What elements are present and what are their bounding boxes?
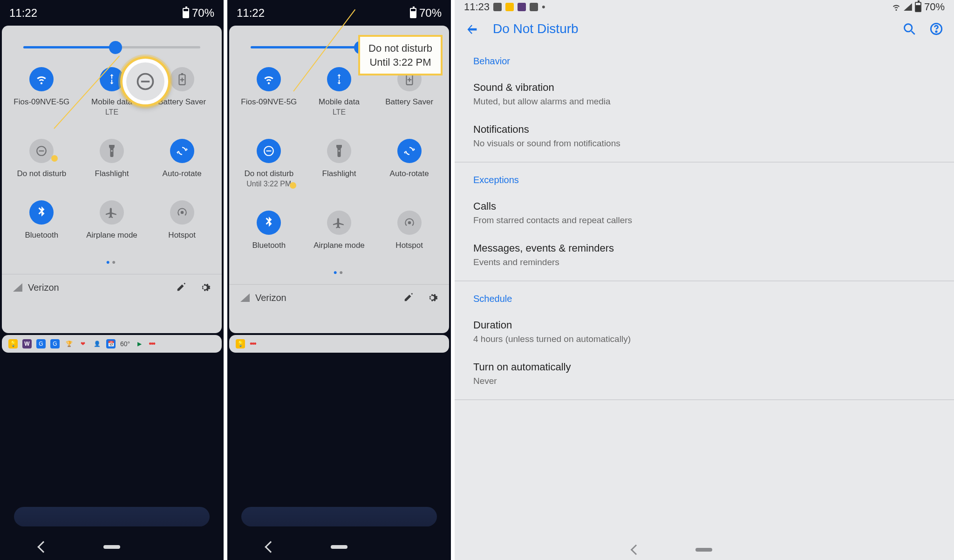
status-app-icon <box>530 3 538 11</box>
setting-sound-vibration[interactable]: Sound & vibration Muted, but allow alarm… <box>455 73 954 115</box>
wifi-icon <box>257 67 281 91</box>
section-behavior: Behavior <box>455 44 954 73</box>
status-right: 70% <box>183 7 214 20</box>
edit-icon[interactable] <box>176 282 186 292</box>
setting-turn-on-auto[interactable]: Turn on automatically Never <box>455 353 954 395</box>
qs-footer: Verizon <box>229 284 449 311</box>
flashlight-icon <box>327 139 351 163</box>
wifi-icon <box>29 67 54 91</box>
partial-card-peek <box>14 507 210 526</box>
setting-duration[interactable]: Duration 4 hours (unless turned on autom… <box>455 311 954 353</box>
status-time: 11:22 <box>237 7 265 20</box>
dnd-icon <box>257 139 281 163</box>
battery-icon <box>410 8 416 18</box>
nav-back-icon[interactable] <box>631 545 641 555</box>
airplane-icon <box>327 211 351 235</box>
qs-footer: Verizon <box>2 274 222 300</box>
bluetooth-icon <box>29 200 54 225</box>
tile-auto-rotate[interactable]: Auto-rotate <box>374 139 444 189</box>
tile-flashlight[interactable]: Flashlight <box>304 139 375 189</box>
tile-auto-rotate[interactable]: Auto-rotate <box>147 139 217 179</box>
notification-icon-strip[interactable]: 💡 ••• <box>229 335 449 353</box>
section-exceptions: Exceptions <box>455 163 954 192</box>
setting-messages-events[interactable]: Messages, events & reminders Events and … <box>455 234 954 276</box>
tile-do-not-disturb[interactable]: Do not disturb <box>7 139 77 179</box>
svg-rect-11 <box>266 150 272 151</box>
nav-back-icon[interactable] <box>265 541 276 553</box>
tile-bluetooth[interactable]: Bluetooth <box>234 211 304 251</box>
help-icon[interactable] <box>930 22 943 35</box>
status-time: 11:23 <box>464 1 490 13</box>
svg-rect-3 <box>181 73 183 75</box>
tile-airplane-mode[interactable]: Airplane mode <box>304 211 375 251</box>
tile-airplane-mode[interactable]: Airplane mode <box>77 200 147 240</box>
status-bar: 11:23 • 70% <box>455 0 954 14</box>
callout-leader-dot <box>290 182 296 189</box>
carrier-label: Verizon <box>13 282 59 293</box>
wifi-icon <box>892 3 901 11</box>
nav-home-pill[interactable] <box>103 545 120 549</box>
qs-tiles-grid: Fios-09NVE-5G Mobile dataLTE Battery Sav… <box>2 62 222 250</box>
status-bar: 11:22 70% <box>227 0 451 26</box>
hotspot-icon <box>397 211 422 235</box>
battery-icon <box>183 8 189 18</box>
magnifier-callout <box>120 56 170 107</box>
flashlight-icon <box>100 139 124 163</box>
svg-rect-5 <box>39 150 44 151</box>
status-app-icon <box>505 3 514 11</box>
search-icon[interactable] <box>903 22 916 35</box>
carrier-label: Verizon <box>240 293 286 303</box>
tile-wifi[interactable]: Fios-09NVE-5G <box>7 67 77 117</box>
svg-point-17 <box>936 31 937 32</box>
quick-settings-panel: Fios-09NVE-5G Mobile dataLTE Battery Sav… <box>2 26 222 333</box>
back-arrow-icon[interactable] <box>466 22 479 35</box>
battery-saver-icon <box>170 67 194 91</box>
notification-icon-strip[interactable]: 💡 W G G 🏆 ❤ 👤 📅 60° ▶ ••• <box>2 335 222 353</box>
qs-tiles-grid: Fios-09NVE-5G Mobile dataLTE Battery Sav… <box>229 62 449 260</box>
tile-hotspot[interactable]: Hotspot <box>374 211 444 251</box>
signal-icon <box>240 294 250 302</box>
settings-gear-icon[interactable] <box>199 282 211 293</box>
section-schedule: Schedule <box>455 281 954 311</box>
battery-pct: 70% <box>192 7 214 20</box>
status-app-icon <box>493 3 502 11</box>
nav-bar <box>455 540 954 560</box>
tile-flashlight[interactable]: Flashlight <box>77 139 147 179</box>
hotspot-icon <box>170 200 194 225</box>
edit-icon[interactable] <box>403 292 414 302</box>
nav-home-pill[interactable] <box>331 545 348 549</box>
signal-icon <box>13 283 22 292</box>
bluetooth-icon <box>257 211 281 235</box>
dnd-icon <box>29 139 54 163</box>
svg-point-13 <box>408 221 411 225</box>
svg-line-15 <box>912 31 915 34</box>
status-right: 70% <box>410 7 442 20</box>
svg-point-6 <box>111 150 113 152</box>
status-bar: 11:22 70% <box>0 0 224 26</box>
battery-pct: 70% <box>419 7 442 20</box>
tile-hotspot[interactable]: Hotspot <box>147 200 217 240</box>
nav-back-icon[interactable] <box>37 541 49 553</box>
tile-wifi[interactable]: Fios-09NVE-5G <box>234 67 304 117</box>
brightness-slider-row <box>2 26 222 62</box>
partial-card-peek <box>241 507 437 526</box>
tile-bluetooth[interactable]: Bluetooth <box>7 200 77 240</box>
settings-gear-icon[interactable] <box>427 292 438 303</box>
status-time: 11:22 <box>9 7 37 20</box>
nav-bar <box>227 534 451 560</box>
battery-icon <box>915 2 921 12</box>
nav-home-pill[interactable] <box>695 548 712 552</box>
divider <box>455 399 954 400</box>
status-app-icon <box>518 3 526 11</box>
screenshot-panel-1: 11:22 70% Fios-09NVE-5G <box>0 0 224 560</box>
setting-calls[interactable]: Calls From starred contacts and repeat c… <box>455 192 954 234</box>
screenshot-panel-2: 11:22 70% Do not disturb Until 3:22 PM F… <box>227 0 451 560</box>
svg-point-7 <box>180 211 184 214</box>
svg-point-12 <box>338 150 340 152</box>
page-title: Do Not Disturb <box>493 21 889 36</box>
setting-notifications[interactable]: Notifications No visuals or sound from n… <box>455 115 954 157</box>
brightness-slider[interactable] <box>23 46 200 48</box>
battery-pct: 70% <box>924 1 945 13</box>
page-indicator: ●● <box>2 250 222 274</box>
brightness-thumb-gear-icon[interactable] <box>109 41 122 54</box>
